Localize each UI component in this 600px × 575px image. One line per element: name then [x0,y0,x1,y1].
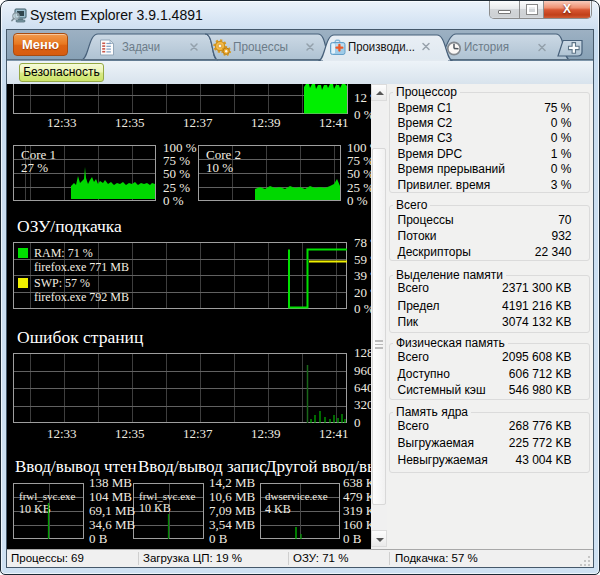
svg-text:История: История [464,40,509,54]
svg-text:Производи...: Производи... [348,40,415,54]
svg-text:Задачи: Задачи [122,40,160,54]
svg-text:Процессы: Процессы [233,40,288,54]
